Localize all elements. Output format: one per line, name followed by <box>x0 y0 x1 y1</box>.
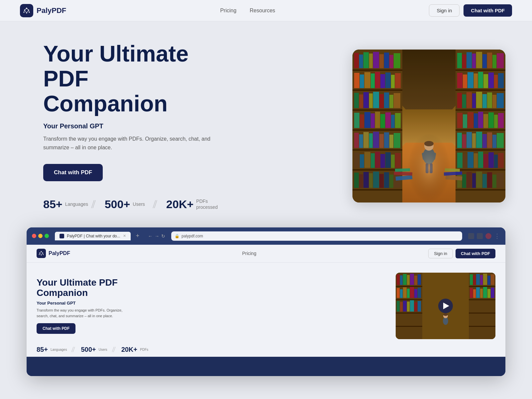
svg-line-15 <box>153 200 156 208</box>
svg-rect-101 <box>472 54 476 68</box>
svg-rect-20 <box>352 69 402 71</box>
svg-rect-32 <box>379 54 384 68</box>
svg-rect-94 <box>456 129 505 131</box>
svg-rect-143 <box>457 153 463 168</box>
svg-rect-146 <box>474 153 478 168</box>
svg-rect-109 <box>467 72 473 88</box>
signin-button[interactable]: Sign in <box>429 4 460 17</box>
nav-link-pricing[interactable]: Pricing <box>220 8 236 14</box>
profile-icon[interactable] <box>485 233 491 239</box>
inner-chat-button[interactable]: Chat with PDF <box>456 249 495 258</box>
svg-rect-133 <box>498 113 504 128</box>
svg-line-11 <box>27 10 29 13</box>
svg-rect-223 <box>480 275 483 285</box>
svg-rect-88 <box>389 175 393 188</box>
svg-rect-116 <box>457 93 462 108</box>
inner-pricing-link[interactable]: Pricing <box>242 251 256 256</box>
browser-actions: ⋮ <box>468 233 500 239</box>
svg-rect-98 <box>457 53 462 68</box>
svg-rect-125 <box>457 113 463 128</box>
logo-icon <box>20 4 33 17</box>
inner-cta-button[interactable]: Chat with PDF <box>37 323 75 334</box>
extensions-icon[interactable] <box>468 233 474 239</box>
inner-stat-users: 500+ Users <box>81 346 107 353</box>
inner-stat-pdfs-label: PDFs <box>140 348 148 351</box>
browser-back-button[interactable]: ← <box>148 233 153 239</box>
svg-rect-58 <box>375 112 380 128</box>
chat-with-pdf-button-nav[interactable]: Chat with PDF <box>464 4 512 17</box>
svg-rect-46 <box>359 94 363 108</box>
browser-dot-green[interactable] <box>45 234 49 238</box>
chat-with-pdf-button-hero[interactable]: Chat with PDF <box>43 164 103 181</box>
svg-rect-192 <box>396 299 422 300</box>
svg-rect-83 <box>363 172 369 188</box>
svg-rect-130 <box>483 114 488 128</box>
svg-rect-221 <box>473 275 476 285</box>
svg-rect-70 <box>389 135 393 148</box>
svg-rect-75 <box>371 153 375 168</box>
inner-signin-button[interactable]: Sign in <box>428 249 453 258</box>
stat-languages-number: 85+ <box>43 198 63 211</box>
svg-line-7 <box>27 8 29 10</box>
browser-refresh-button[interactable]: ↻ <box>161 233 165 239</box>
stat-languages-label: Languages <box>65 201 83 207</box>
svg-rect-23 <box>352 129 402 131</box>
svg-rect-220 <box>470 274 473 285</box>
svg-rect-229 <box>476 287 480 298</box>
svg-rect-201 <box>403 274 407 285</box>
svg-line-14 <box>154 200 157 208</box>
svg-rect-91 <box>456 69 505 71</box>
stat-languages: 85+ Languages <box>43 198 83 211</box>
browser-dot-red[interactable] <box>32 234 36 238</box>
svg-rect-85 <box>373 172 379 188</box>
tab-add-button[interactable]: + <box>134 232 142 239</box>
nav-link-resources[interactable]: Resources <box>250 8 275 14</box>
svg-rect-159 <box>492 175 496 188</box>
svg-rect-214 <box>400 302 403 312</box>
svg-rect-62 <box>395 113 401 128</box>
hero-content: Your Ultimate PDF Companion Your Persona… <box>43 41 229 211</box>
svg-rect-137 <box>472 133 476 148</box>
inner-nav-actions: Sign in Chat with PDF <box>428 249 495 258</box>
svg-rect-215 <box>403 301 407 312</box>
browser-inner-page: PalyPDF Pricing Sign in Chat with PDF Yo… <box>27 245 505 357</box>
svg-rect-135 <box>462 134 466 148</box>
stat-pdfs: 20K+ PDFs processed <box>166 198 214 211</box>
inner-stats: 85+ Languages 500+ Users 20K+ PDFs <box>27 346 505 357</box>
svg-rect-199 <box>397 274 400 285</box>
svg-rect-197 <box>469 313 495 314</box>
svg-rect-209 <box>407 289 410 298</box>
svg-rect-195 <box>469 286 495 287</box>
svg-line-13 <box>91 200 94 208</box>
svg-rect-204 <box>414 276 417 285</box>
svg-rect-149 <box>488 152 494 168</box>
svg-rect-100 <box>466 52 472 68</box>
svg-rect-34 <box>389 55 393 68</box>
svg-rect-77 <box>380 154 385 168</box>
browser-forward-button[interactable]: → <box>155 233 159 239</box>
svg-rect-67 <box>373 132 379 148</box>
svg-rect-115 <box>498 73 504 88</box>
svg-rect-213 <box>397 301 400 312</box>
svg-rect-22 <box>352 109 402 111</box>
inner-logo[interactable]: PalyPDF <box>37 249 70 258</box>
browser-tab[interactable]: PalyPDF | Chat with your do... ✕ <box>55 232 131 240</box>
more-options-icon[interactable]: ⋮ <box>494 233 500 239</box>
browser-dot-yellow[interactable] <box>38 234 43 238</box>
play-button[interactable] <box>438 299 453 313</box>
browser-address-bar[interactable]: 🔒 palypdf.com <box>171 231 462 241</box>
logo[interactable]: PalyPDF <box>20 4 66 17</box>
svg-rect-74 <box>364 152 370 168</box>
tab-close-button[interactable]: ✕ <box>123 234 126 238</box>
inner-hero-title: Your Ultimate PDF Companion <box>37 278 130 298</box>
inner-stat-users-label: Users <box>99 348 107 351</box>
svg-rect-84 <box>369 173 373 188</box>
svg-rect-21 <box>352 89 402 91</box>
svg-rect-56 <box>364 112 370 128</box>
bookmark-icon[interactable] <box>477 233 483 239</box>
svg-rect-78 <box>385 152 391 168</box>
svg-rect-155 <box>472 173 476 188</box>
browser-topbar: PalyPDF | Chat with your do... ✕ + ← → ↻… <box>27 227 505 245</box>
svg-rect-55 <box>360 114 364 128</box>
svg-rect-99 <box>462 55 466 68</box>
